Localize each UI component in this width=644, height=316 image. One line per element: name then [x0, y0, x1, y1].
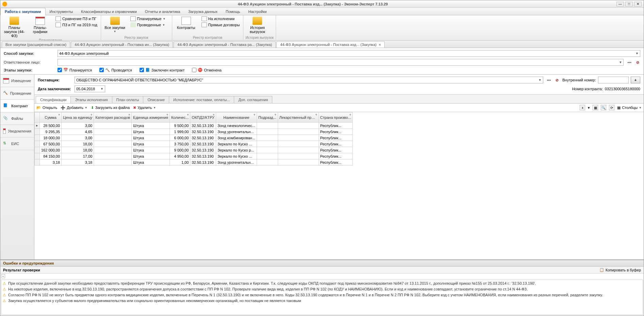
contracts-button[interactable]: Контракты [174, 16, 198, 30]
nav-eis[interactable]: ⇅ЕИС [0, 138, 34, 150]
chk-inprogress[interactable]: 🔨Проводится [99, 68, 132, 72]
table-row[interactable]: 9 295,35 4,65 Штука 1 999,00 32.50.13.19… [35, 129, 353, 135]
checkbox[interactable] [192, 68, 196, 72]
supplier-input[interactable]: ОБЩЕСТВО С ОГРАНИЧЕННОЙ ОТВЕТСТВЕННОСТЬЮ… [75, 77, 543, 83]
menu-tab[interactable]: Классификаторы и справочники [77, 8, 141, 15]
col-header[interactable]: Подразд...▼ [257, 112, 278, 123]
cell-med [278, 135, 319, 141]
planned-button[interactable]: Планируемые ▼ [129, 16, 170, 21]
in-execution-button[interactable]: На исполнении [200, 16, 241, 21]
col-header[interactable]: Сумма▼ [40, 112, 62, 123]
checkbox[interactable] [58, 68, 62, 72]
col-header[interactable]: Лекарственный препарат▼ [278, 112, 319, 123]
subtab-stages[interactable]: Этапы исполнения [70, 96, 112, 103]
direct-contracts-button[interactable]: Прямые договоры [200, 22, 241, 28]
ellipsis-icon[interactable]: ••• [626, 60, 632, 64]
table-row[interactable]: 18 000,00 3,00 Штука 6 000,00 32.50.13.1… [35, 135, 353, 141]
doc-tab[interactable]: 44-ФЗ Аукцион электронный - Поставка ин.… [71, 41, 173, 48]
subtab-exec[interactable]: Исполнение: поставки, оплаты... [169, 96, 234, 103]
responsible-dropdown[interactable]: ▼ [58, 59, 624, 66]
col-label: Наименование [223, 115, 249, 120]
nav-conduct[interactable]: 🔨Проведение [0, 87, 34, 100]
add-internal-num-button[interactable]: + [631, 77, 640, 83]
collapse-icon[interactable]: − [1, 274, 5, 278]
menu-tab[interactable]: Отчеты и аналитика [141, 8, 184, 15]
col-header[interactable]: Количес...▼ [170, 112, 190, 123]
completed-button[interactable]: Проведенные ▼ [129, 22, 170, 28]
col-header[interactable]: Цена за единицу▼ [62, 112, 94, 123]
delete-button[interactable]: Удалить▼ [133, 106, 156, 110]
checkbox[interactable] [140, 68, 144, 72]
date-input[interactable]: 05.04.2018▼ [75, 85, 105, 92]
table-row[interactable]: ▸ 28 500,00 3,00 Штука 9 500,00 32.50.13… [35, 123, 353, 129]
open-button[interactable]: Открыть [36, 106, 57, 110]
all-purchases-button[interactable]: Все закупки▼ [103, 16, 127, 34]
filter-icon[interactable]: ▼ [253, 113, 256, 116]
doc-tab[interactable]: Все закупки (расширенный список) [2, 41, 70, 48]
menu-tab[interactable]: Помощь [222, 8, 244, 15]
filter-icon[interactable]: ▼ [315, 113, 318, 116]
table-row[interactable]: 84 150,00 17,00 Штука 4 950,00 32.50.13.… [35, 153, 353, 159]
filter-icon[interactable]: ▼ [212, 113, 215, 116]
columns-button[interactable]: ▦ Столбцы ▼ [617, 106, 642, 110]
copy-to-buffer-button[interactable]: 📋 Копировать в буфер [599, 268, 641, 272]
internal-num-input[interactable] [598, 77, 629, 83]
compare-pz-pg-button[interactable]: Сравнение ПЗ и ПГ [54, 16, 99, 21]
chk-cancelled[interactable]: ⛔Отменена [192, 68, 222, 72]
table-row[interactable]: 3,18 3,18 Штука 1,00 32.50.13.190 Зонд у… [35, 159, 353, 165]
excel-icon[interactable]: x [580, 105, 585, 110]
plans-graphs-button[interactable]: Планы-графики [28, 16, 52, 34]
maximize-button[interactable]: □ [625, 2, 633, 6]
menu-tab[interactable]: Загрузка данных [184, 8, 222, 15]
doc-tab[interactable]: 44-ФЗ Аукцион электронный - Поставка изд… [276, 41, 385, 48]
filter-icon[interactable]: ▼ [128, 113, 131, 116]
menu-tab[interactable]: Инструменты [46, 8, 77, 15]
clear-icon[interactable]: ⊘ [554, 78, 560, 82]
filter-icon[interactable]: ▼ [166, 113, 169, 116]
filter-icon[interactable]: ▼ [186, 113, 189, 116]
filter-icon[interactable]: ▼ [349, 113, 352, 116]
pz-pg-2019-button[interactable]: ПЗ и ПГ на 2019 год [54, 22, 99, 28]
tab-close-icon[interactable]: × [379, 43, 381, 47]
grid-icon[interactable]: ▦ [593, 105, 598, 110]
subtab-addendum[interactable]: Доп. соглашения [234, 96, 272, 103]
spec-grid[interactable]: Сумма▼ Цена за единицу▼ Категория расход… [34, 112, 644, 259]
label: Проведенные [137, 23, 161, 27]
subtab-spec[interactable]: Спецификации [36, 96, 71, 103]
chk-contract[interactable]: 📘Заключен контракт [140, 68, 184, 72]
col-header[interactable]: ОКПД2/КТРУ▼ [190, 112, 216, 123]
nav-contract[interactable]: 📘Контракт [0, 100, 34, 112]
search-icon[interactable]: 🔍 [601, 105, 606, 110]
clear-icon[interactable]: ⊘ [635, 60, 640, 65]
minimize-button[interactable]: — [616, 2, 624, 6]
table-row[interactable]: 67 500,00 18,00 Штука 3 750,00 32.50.13.… [35, 141, 353, 147]
filter-icon[interactable]: ▼ [274, 113, 277, 116]
close-button[interactable]: ✕ [634, 2, 642, 6]
subtab-payplan[interactable]: План оплаты [112, 96, 144, 103]
ellipsis-icon[interactable]: ••• [546, 78, 552, 82]
refresh-icon[interactable]: ⟳ [609, 105, 614, 110]
filter-icon[interactable]: ▼ [90, 113, 93, 116]
checkbox[interactable] [99, 68, 104, 72]
menu-tab[interactable]: Настройки [244, 8, 271, 15]
cell-sub [257, 141, 278, 147]
export-history-button[interactable]: История выгрузок [245, 16, 269, 34]
menu-tab[interactable]: Работа с закупками [0, 8, 46, 15]
col-header[interactable]: Страна произво...▼ [319, 112, 353, 123]
subtab-desc[interactable]: Описание [143, 96, 169, 103]
col-header[interactable]: Категория расходов▼ [94, 112, 132, 123]
method-dropdown[interactable]: 44-ФЗ Аукцион электронный▼ [58, 50, 640, 57]
chk-planned[interactable]: 📅Планируется [58, 68, 92, 72]
errors-list[interactable]: ⚠При осуществлении данной закупки необхо… [1, 280, 643, 315]
add-button[interactable]: Добавить▼ [61, 106, 87, 110]
col-header[interactable]: Единица измерения▼ [132, 112, 170, 123]
nav-notifications[interactable]: Уведомления [0, 125, 34, 138]
plans-44fz-button[interactable]: Планы закупок (44-ФЗ) [2, 16, 26, 38]
doc-tab[interactable]: 44-ФЗ Аукцион электронный - Поставка ра.… [174, 41, 276, 48]
load-from-file-button[interactable]: Загрузить из файла [91, 106, 130, 110]
nav-notice[interactable]: Извещение [0, 75, 34, 87]
filter-icon[interactable]: ▼ [58, 113, 61, 116]
col-header[interactable]: Наименование▼ [216, 112, 257, 123]
table-row[interactable]: 162 000,00 18,00 Штука 9 000,00 32.50.13… [35, 147, 353, 153]
nav-files[interactable]: 📎Файлы [0, 112, 34, 125]
